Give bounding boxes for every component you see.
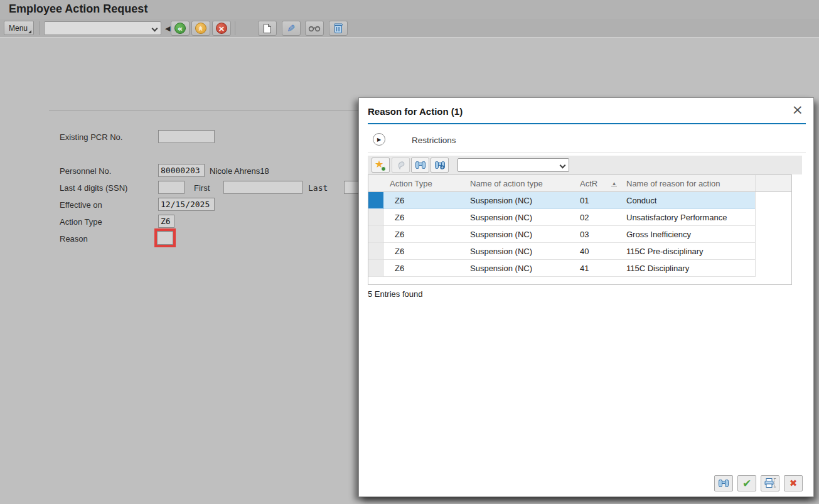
dialog-cancel-button[interactable]: ✖ [784, 475, 803, 491]
cell-action-type[interactable]: Z6 [383, 209, 464, 226]
cell-name-of-action-type[interactable]: Suspension (NC) [464, 226, 574, 243]
binoculars-icon [415, 160, 426, 170]
header-filler-cell [755, 175, 791, 191]
row-selector-cell[interactable] [368, 243, 383, 260]
cell-actr[interactable]: 40 [574, 243, 620, 260]
personal-list-icon [396, 160, 406, 170]
chevron-down-icon [152, 26, 158, 32]
cell-name-of-reason[interactable]: 115C Pre-disciplinary [620, 243, 755, 260]
header-action-type[interactable]: Action Type [383, 175, 464, 191]
dialog-title-underline [368, 123, 806, 124]
find-button[interactable] [411, 158, 429, 173]
exit-icon: « [195, 23, 206, 34]
personnel-no-field[interactable] [158, 164, 205, 177]
first-name-field[interactable] [223, 181, 302, 194]
edit-button[interactable]: ✎ [282, 21, 301, 36]
cell-name-of-reason[interactable]: Unsatisfactory Performance [620, 209, 755, 226]
value-help-table: Action Type Name of action type ActR ▲ N… [368, 174, 792, 285]
row-selector-cell[interactable] [368, 226, 383, 243]
dialog-find-button[interactable] [714, 475, 733, 491]
red-x-icon: ✖ [790, 478, 798, 489]
print-button[interactable] [761, 475, 779, 491]
cell-name-of-action-type[interactable]: Suspension (NC) [464, 192, 574, 209]
cell-name-of-reason[interactable]: Conduct [620, 192, 755, 209]
effective-on-field[interactable] [158, 198, 215, 211]
action-type-field[interactable] [158, 215, 174, 228]
toolbar-divider [39, 21, 40, 35]
back-button[interactable]: « [171, 21, 190, 36]
find-next-button[interactable] [431, 158, 449, 173]
existing-pcr-field[interactable] [158, 130, 215, 143]
entries-found-text: 5 Entries found [368, 289, 422, 299]
personnel-no-label: Personnel No. [60, 166, 111, 176]
dialog-combobox[interactable] [458, 158, 569, 172]
cell-actr[interactable]: 02 [574, 209, 620, 226]
header-actr-label: ActR [580, 179, 597, 188]
cancel-button[interactable]: × [212, 21, 231, 36]
cell-action-type[interactable]: Z6 [383, 192, 464, 209]
first-name-label: First [194, 183, 210, 193]
table-row[interactable]: Z6 Suspension (NC) 03 Gross Inefficiency [368, 226, 791, 243]
collapse-toolbar-icon[interactable]: ◀ [165, 24, 170, 33]
binoculars-next-icon [434, 160, 446, 170]
cell-action-type[interactable]: Z6 [383, 243, 464, 260]
exit-button[interactable]: « [191, 21, 210, 36]
expand-right-triangle-icon: ▶ [377, 137, 381, 142]
display-button[interactable] [305, 21, 324, 36]
ssn-field[interactable] [158, 181, 185, 194]
reason-field[interactable] [157, 231, 173, 245]
menu-dropdown-corner-icon [28, 30, 31, 33]
cell-name-of-reason[interactable]: 115C Disciplinary [620, 260, 755, 277]
menu-button-label: Menu [9, 24, 28, 33]
reason-label: Reason [60, 234, 88, 244]
toolbar-divider [235, 21, 235, 35]
printer-icon [764, 478, 776, 489]
last-name-label: Last [308, 183, 328, 193]
menu-button[interactable]: Menu [4, 21, 34, 35]
checkmark-icon: ✔ [742, 477, 751, 490]
cell-name-of-action-type[interactable]: Suspension (NC) [464, 209, 574, 226]
accept-button[interactable]: ✔ [737, 475, 756, 491]
personnel-name-text: Nicole Ahrens18 [210, 166, 269, 176]
cell-filler [755, 209, 791, 226]
restrictions-label: Restrictions [412, 136, 456, 145]
table-row[interactable]: Z6 Suspension (NC) 40 115C Pre-disciplin… [368, 243, 791, 260]
cell-actr[interactable]: 01 [574, 192, 620, 209]
create-button[interactable] [258, 21, 277, 36]
header-name-of-reason[interactable]: Name of reason for action [620, 175, 755, 191]
row-selector-cell[interactable] [368, 192, 383, 209]
personal-value-list-button[interactable] [392, 158, 410, 173]
cancel-icon: × [216, 23, 227, 34]
glasses-icon [308, 24, 321, 32]
cell-name-of-action-type[interactable]: Suspension (NC) [464, 260, 574, 277]
cell-filler [755, 260, 791, 277]
existing-pcr-label: Existing PCR No. [60, 132, 122, 142]
cell-action-type[interactable]: Z6 [383, 226, 464, 243]
table-row[interactable]: Z6 Suspension (NC) 02 Unsatisfactory Per… [368, 209, 791, 226]
reason-for-action-dialog: Reason for Action (1) × ▶ Restrictions ★ [358, 97, 814, 497]
sort-ascending-icon: ▲ [611, 181, 617, 186]
header-selector-cell [368, 175, 383, 191]
expand-restrictions-button[interactable]: ▶ [373, 133, 385, 146]
dialog-title: Reason for Action (1) [368, 106, 463, 117]
header-name-of-action-type[interactable]: Name of action type [464, 175, 574, 191]
star-icon: ★ [375, 160, 386, 171]
dialog-close-icon[interactable]: × [792, 102, 803, 117]
cell-name-of-reason[interactable]: Gross Inefficiency [620, 226, 755, 243]
insert-favorite-button[interactable]: ★ [372, 158, 390, 173]
cell-action-type[interactable]: Z6 [383, 260, 464, 277]
table-row[interactable]: Z6 Suspension (NC) 01 Conduct [368, 192, 791, 209]
row-selector-cell[interactable] [368, 260, 383, 277]
delete-button[interactable] [329, 21, 348, 36]
application-toolbar: Menu ◀ « « × ✎ [0, 19, 819, 38]
table-body: Z6 Suspension (NC) 01 Conduct Z6 Suspens… [368, 192, 791, 277]
page-title: Employee Action Request [9, 3, 147, 16]
command-field-combobox[interactable] [44, 21, 161, 35]
header-actr[interactable]: ActR ▲ [574, 175, 620, 191]
table-row[interactable]: Z6 Suspension (NC) 41 115C Disciplinary [368, 260, 791, 277]
dialog-divider [368, 153, 806, 153]
cell-actr[interactable]: 41 [574, 260, 620, 277]
cell-actr[interactable]: 03 [574, 226, 620, 243]
cell-name-of-action-type[interactable]: Suspension (NC) [464, 243, 574, 260]
row-selector-cell[interactable] [368, 209, 383, 226]
